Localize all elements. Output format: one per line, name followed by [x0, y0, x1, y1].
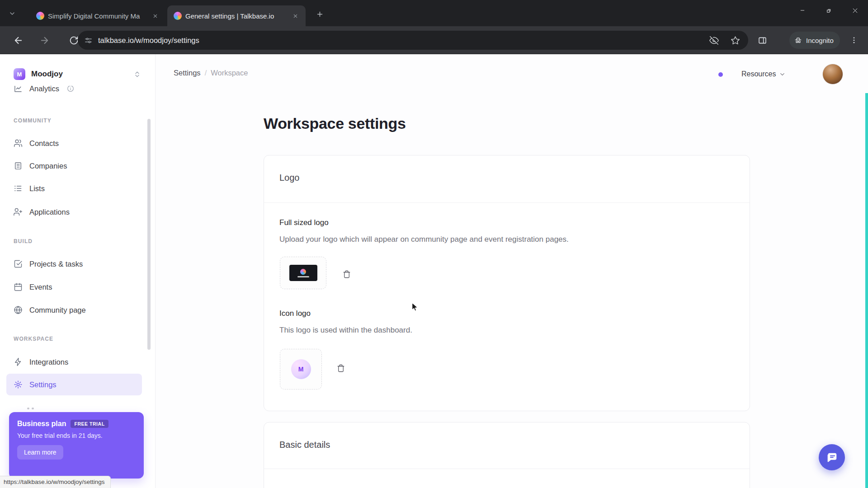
chevron-down-icon	[9, 10, 16, 17]
basic-details-card: Basic details	[264, 422, 750, 488]
trash-icon	[337, 364, 345, 372]
sidebar-item-settings[interactable]: Settings	[6, 374, 142, 395]
breadcrumb-settings[interactable]: Settings	[174, 69, 201, 77]
workspace-name: Moodjoy	[31, 70, 127, 79]
browser-window: Simplify Digital Community Ma General se…	[0, 0, 868, 488]
tab-search-button[interactable]	[5, 7, 19, 20]
window-minimize-button[interactable]	[789, 0, 816, 21]
tasks-icon	[14, 259, 23, 268]
analytics-icon	[14, 86, 23, 93]
sidebar-item-label: Lists	[29, 184, 45, 193]
trash-icon	[343, 270, 351, 278]
talkbase-logo-icon	[300, 269, 306, 275]
resources-label: Resources	[741, 70, 776, 78]
full-logo-description: Upload your logo which will appear on co…	[279, 235, 569, 244]
divider	[264, 202, 750, 203]
sidebar-item-companies[interactable]: Companies	[6, 155, 142, 177]
menu-dots-icon[interactable]	[849, 35, 859, 46]
sidebar-item-label: Projects & tasks	[29, 260, 83, 268]
sidebar-item-label: Companies	[29, 162, 67, 170]
breadcrumb-workspace: Workspace	[211, 69, 248, 77]
back-icon[interactable]	[13, 35, 24, 46]
breadcrumb-separator: /	[205, 69, 207, 77]
icon-logo-upload-box[interactable]: M	[280, 349, 322, 389]
site-settings-icon[interactable]	[84, 36, 93, 45]
user-avatar[interactable]	[822, 64, 843, 84]
companies-icon	[14, 161, 23, 170]
window-restore-button[interactable]	[816, 0, 842, 21]
sidebar-item-lists[interactable]: Lists	[6, 178, 142, 199]
trial-promo-card: Business plan FREE TRIAL Your free trial…	[9, 412, 144, 479]
sidebar-section-build: BUILD	[14, 238, 33, 244]
logo-card: Logo Full sized logo Upload your logo wh…	[264, 155, 750, 411]
promo-title: Business plan	[17, 420, 66, 428]
sidebar: M Moodjoy Analytics COMMUNITY Contacts	[0, 54, 156, 488]
page-content: M Moodjoy Analytics COMMUNITY Contacts	[0, 54, 868, 488]
sidebar-item-label: Applications	[29, 208, 70, 216]
basic-details-title: Basic details	[279, 440, 330, 450]
workspace-avatar: M	[14, 68, 25, 80]
calendar-icon	[14, 282, 23, 291]
browser-tab-simplify[interactable]: Simplify Digital Community Ma	[30, 5, 165, 26]
url-text[interactable]: talkbase.io/w/moodjoy/settings	[98, 36, 709, 45]
breadcrumb: Settings / Workspace	[174, 69, 248, 77]
contacts-icon	[14, 139, 23, 148]
sidebar-item-analytics[interactable]: Analytics	[6, 86, 142, 99]
promo-text: Your free trial ends in 21 days.	[17, 432, 136, 439]
browser-toolbar: talkbase.io/w/moodjoy/settings Incognito	[0, 26, 868, 54]
full-logo-label: Full sized logo	[279, 218, 329, 227]
forward-icon[interactable]	[39, 35, 50, 46]
tab-close-icon[interactable]	[150, 11, 160, 21]
sidebar-item-applications[interactable]: Applications	[6, 201, 142, 223]
gear-icon	[14, 380, 23, 389]
applications-icon	[14, 207, 23, 216]
full-logo-upload-box[interactable]	[280, 257, 326, 289]
sidebar-item-label: Integrations	[29, 358, 68, 366]
window-close-button[interactable]	[842, 0, 868, 21]
new-tab-button[interactable]	[313, 7, 326, 21]
globe-icon	[14, 305, 23, 314]
sidebar-section-community: COMMUNITY	[14, 117, 52, 124]
side-panel-icon[interactable]	[757, 35, 768, 46]
info-icon	[67, 86, 74, 92]
tab-favicon-icon	[36, 12, 44, 20]
bookmark-star-icon[interactable]	[731, 36, 740, 45]
logo-card-title: Logo	[279, 173, 300, 183]
incognito-label: Incognito	[806, 37, 834, 44]
incognito-badge: Incognito	[789, 32, 840, 49]
eye-off-icon[interactable]	[709, 36, 719, 45]
page-title: Workspace settings	[264, 115, 406, 132]
status-bar-url: https://talkbase.io/w/moodjoy/settings	[0, 476, 111, 488]
workspace-switcher[interactable]: M Moodjoy	[8, 65, 146, 83]
sidebar-item-integrations[interactable]: Integrations	[6, 351, 142, 373]
integrations-icon	[14, 357, 23, 366]
chevron-down-icon	[779, 71, 786, 78]
icon-logo-description: This logo is used within the dashboard.	[279, 326, 412, 335]
tab-title: General settings | Talkbase.io	[185, 12, 287, 20]
browser-tab-settings-active[interactable]: General settings | Talkbase.io	[167, 5, 306, 26]
sidebar-item-label: Community page	[29, 306, 86, 314]
chat-widget-button[interactable]	[819, 444, 845, 470]
delete-full-logo-button[interactable]	[339, 267, 354, 282]
tab-close-icon[interactable]	[290, 11, 300, 21]
learn-more-button[interactable]: Learn more	[17, 445, 63, 460]
sidebar-nav: Analytics COMMUNITY Contacts Companies L…	[0, 86, 155, 412]
sidebar-item-label: Events	[29, 283, 52, 291]
sidebar-item-projects-tasks[interactable]: Projects & tasks	[6, 253, 142, 275]
free-trial-badge: FREE TRIAL	[71, 420, 108, 428]
divider	[264, 469, 750, 469]
delete-icon-logo-button[interactable]	[333, 361, 349, 376]
window-controls	[789, 0, 868, 21]
sidebar-item-events[interactable]: Events	[6, 276, 142, 298]
sidebar-scrollbar[interactable]	[147, 119, 151, 350]
full-logo-preview	[289, 265, 317, 281]
sidebar-item-community-page[interactable]: Community page	[6, 299, 142, 321]
tab-favicon-icon	[174, 12, 182, 20]
tab-strip: Simplify Digital Community Ma General se…	[0, 0, 868, 26]
resources-menu[interactable]: Resources	[741, 68, 786, 80]
sidebar-item-contacts[interactable]: Contacts	[6, 132, 142, 154]
sidebar-item-label: Analytics	[29, 86, 59, 93]
logo-wordmark	[297, 276, 309, 277]
address-bar[interactable]: talkbase.io/w/moodjoy/settings	[78, 31, 748, 50]
icon-logo-label: Icon logo	[279, 309, 311, 318]
